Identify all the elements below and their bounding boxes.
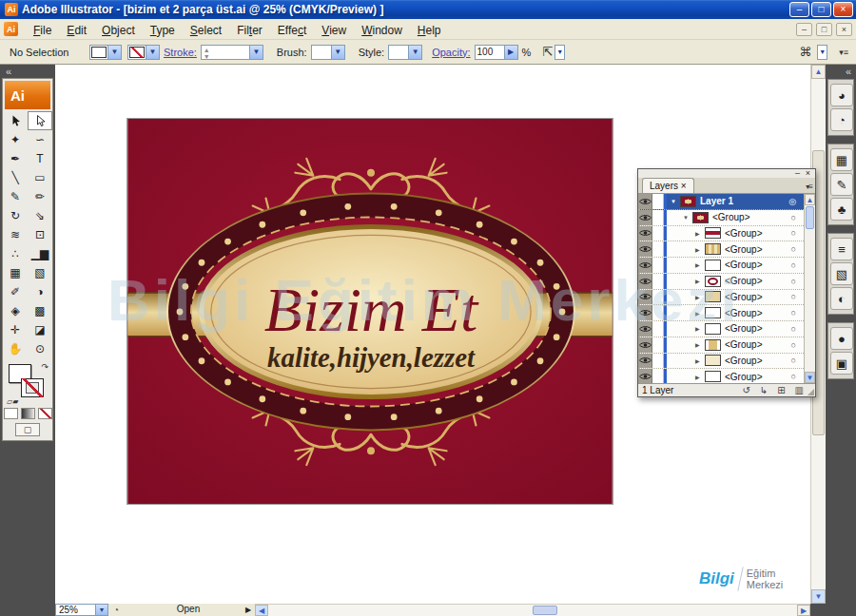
delete-selection-icon[interactable]: ▥ bbox=[795, 385, 804, 395]
lock-cell[interactable] bbox=[652, 194, 664, 209]
tool-scale[interactable]: ⇘ bbox=[28, 206, 52, 225]
menu-select[interactable]: Select bbox=[183, 22, 229, 39]
layer-row[interactable]: ▶<Group>○ bbox=[638, 321, 804, 337]
collapse-dock-icon[interactable]: « bbox=[826, 65, 856, 79]
tool-eraser[interactable]: ◪ bbox=[28, 320, 52, 339]
gradient-icon[interactable]: ▧ bbox=[830, 262, 853, 285]
tool-blend[interactable]: ◑ bbox=[28, 282, 52, 301]
tool-paintbrush[interactable]: ✎ bbox=[3, 187, 28, 206]
scroll-up-icon[interactable]: ▲ bbox=[811, 65, 826, 79]
menu-window[interactable]: Window bbox=[354, 22, 410, 39]
chevron-down-icon[interactable]: ▼ bbox=[817, 45, 827, 60]
lock-cell[interactable] bbox=[652, 290, 664, 305]
tool-symbol-sprayer[interactable]: ∴ bbox=[3, 244, 28, 263]
opacity-value[interactable]: 100 bbox=[476, 46, 504, 59]
expand-right-icon[interactable]: ▶ bbox=[695, 230, 704, 237]
color-icon[interactable]: ◕ bbox=[830, 84, 853, 106]
opacity-link[interactable]: Opacity: bbox=[432, 47, 470, 58]
doc-close-button[interactable]: × bbox=[836, 23, 852, 36]
tool-warp[interactable]: ≋ bbox=[3, 225, 28, 244]
layer-row[interactable]: ▶<Group>○ bbox=[638, 369, 804, 383]
expand-right-icon[interactable]: ▶ bbox=[695, 374, 704, 380]
menu-help[interactable]: Help bbox=[410, 22, 449, 39]
layer-thumbnail[interactable] bbox=[705, 291, 721, 302]
menu-view[interactable]: View bbox=[314, 22, 354, 39]
horizontal-scrollbar[interactable]: ◀ ▶ bbox=[255, 604, 810, 616]
color-guide-icon[interactable]: ◔ bbox=[830, 108, 853, 131]
panel-scroll-thumb[interactable] bbox=[806, 206, 814, 229]
screen-mode-button[interactable]: ▢ bbox=[15, 423, 40, 436]
gradient-mode-button[interactable] bbox=[21, 408, 35, 419]
expand-right-icon[interactable]: ▶ bbox=[695, 341, 704, 348]
layer-row[interactable]: ▶<Group>○ bbox=[638, 258, 804, 274]
layer-thumbnail[interactable] bbox=[692, 212, 709, 223]
appearance-icon[interactable]: ● bbox=[830, 327, 853, 350]
tool-free-transform[interactable]: ⊡ bbox=[28, 225, 52, 244]
visibility-eye-icon[interactable] bbox=[638, 369, 652, 383]
scroll-down-icon[interactable]: ▼ bbox=[805, 372, 815, 383]
stepper-icon[interactable]: ▲▼ bbox=[202, 46, 221, 59]
target-circle-icon[interactable]: ○ bbox=[791, 372, 796, 381]
layer-row[interactable]: ▼<Group>○ bbox=[638, 210, 804, 226]
lock-cell[interactable] bbox=[652, 369, 664, 383]
select-similar-icon[interactable]: ⇱ bbox=[542, 45, 553, 59]
tab-close-icon[interactable]: × bbox=[681, 181, 687, 191]
layers-panel[interactable]: – × Layers × ▾≡ ▼Layer 1◎▼<Group>○▶<Grou… bbox=[637, 168, 816, 397]
layer-row[interactable]: ▶<Group>○ bbox=[638, 241, 804, 258]
color-mode-button[interactable] bbox=[4, 408, 18, 419]
layer-row[interactable]: ▶<Group>○ bbox=[638, 290, 804, 306]
camera-icon[interactable]: ⌘ bbox=[799, 45, 811, 59]
tool-pencil[interactable]: ✏ bbox=[28, 187, 52, 206]
tools-panel-header[interactable]: Ai bbox=[5, 81, 50, 109]
expand-down-icon[interactable]: ▼ bbox=[671, 199, 679, 204]
layer-row[interactable]: ▶<Group>○ bbox=[638, 274, 804, 290]
swap-fill-stroke-icon[interactable]: ↷ bbox=[41, 362, 49, 372]
layer-thumbnail[interactable] bbox=[705, 323, 721, 335]
layer-thumbnail[interactable] bbox=[705, 339, 721, 351]
expand-right-icon[interactable]: ▶ bbox=[695, 261, 704, 268]
visibility-eye-icon[interactable] bbox=[638, 210, 652, 225]
horizontal-scroll-thumb[interactable] bbox=[533, 606, 557, 615]
tool-hand[interactable]: ✋ bbox=[3, 339, 28, 358]
style-combo[interactable]: ▼ bbox=[388, 45, 422, 60]
layer-row[interactable]: ▶<Group>○ bbox=[638, 354, 804, 370]
resize-grip[interactable] bbox=[807, 389, 814, 395]
layer-thumbnail[interactable] bbox=[705, 260, 721, 271]
layer-row[interactable]: ▶<Group>○ bbox=[638, 226, 804, 242]
tool-direct-selection[interactable] bbox=[28, 111, 52, 130]
panel-close-icon[interactable]: × bbox=[806, 168, 810, 178]
doc-restore-button[interactable]: □ bbox=[816, 23, 832, 36]
opacity-field[interactable]: 100 ▶ bbox=[475, 45, 518, 60]
create-new-layer-icon[interactable]: ⊞ bbox=[777, 385, 785, 395]
expand-down-icon[interactable]: ▼ bbox=[683, 215, 691, 221]
stroke-color-swatch[interactable] bbox=[21, 378, 44, 397]
tool-gradient[interactable]: ▧ bbox=[28, 263, 52, 282]
panel-minimize-icon[interactable]: – bbox=[795, 168, 800, 178]
fill-color-dropdown[interactable]: ▼ bbox=[89, 45, 122, 60]
panel-scrollbar[interactable]: ▲ ▼ bbox=[804, 194, 815, 383]
tool-pen[interactable]: ✒ bbox=[3, 149, 28, 168]
lock-cell[interactable] bbox=[652, 210, 664, 225]
panel-menu-icon[interactable]: ▾≡ bbox=[806, 183, 812, 191]
target-circle-icon[interactable]: ○ bbox=[791, 324, 796, 334]
scroll-up-icon[interactable]: ▲ bbox=[805, 194, 815, 205]
tool-mesh[interactable]: ▦ bbox=[3, 263, 28, 282]
none-mode-button[interactable] bbox=[38, 408, 52, 419]
expand-right-icon[interactable]: ▶ bbox=[695, 278, 704, 284]
lock-cell[interactable] bbox=[652, 274, 664, 289]
lock-cell[interactable] bbox=[652, 337, 664, 353]
visibility-eye-icon[interactable] bbox=[638, 321, 652, 337]
status-menu-arrow-icon[interactable]: ▶ bbox=[245, 604, 251, 616]
expand-right-icon[interactable]: ▶ bbox=[695, 357, 704, 364]
menu-type[interactable]: Type bbox=[143, 22, 183, 39]
title-bar[interactable]: Ai Adobe Illustrator - [bizim et 2 parça… bbox=[0, 0, 856, 19]
transparency-icon[interactable]: ◐ bbox=[830, 287, 853, 310]
layer-row[interactable]: ▶<Group>○ bbox=[638, 305, 804, 321]
target-circle-icon[interactable]: ○ bbox=[791, 277, 796, 286]
visibility-eye-icon[interactable] bbox=[638, 226, 652, 241]
stroke-color-dropdown[interactable]: ▼ bbox=[127, 45, 160, 60]
target-circle-icon[interactable]: ○ bbox=[791, 213, 796, 222]
tool-live-paint-selection[interactable]: ▩ bbox=[28, 301, 52, 320]
menu-filter[interactable]: Filter bbox=[229, 22, 270, 39]
stroke-link[interactable]: Stroke: bbox=[164, 47, 197, 58]
